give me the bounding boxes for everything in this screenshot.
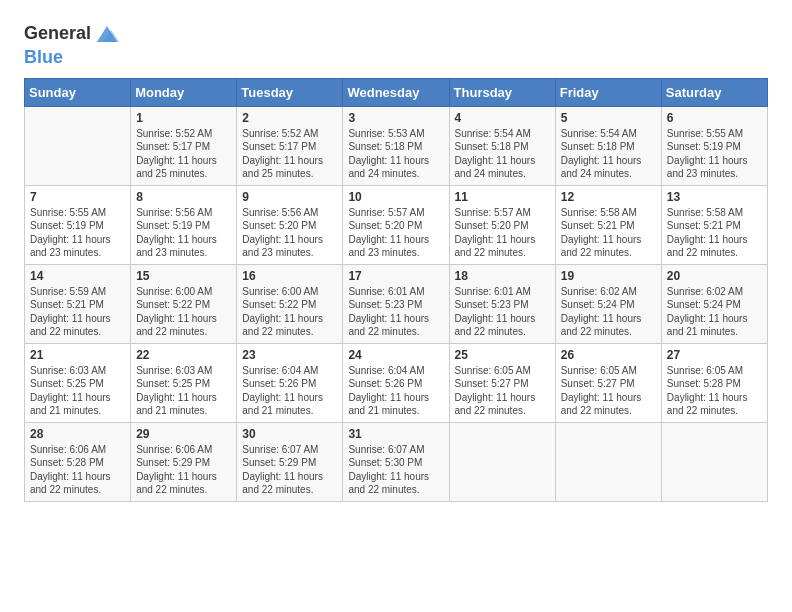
day-number: 20 [667,269,762,283]
cell-info: Sunrise: 5:55 AM Sunset: 5:19 PM Dayligh… [667,127,762,181]
calendar-cell: 28Sunrise: 6:06 AM Sunset: 5:28 PM Dayli… [25,422,131,501]
cell-info: Sunrise: 5:55 AM Sunset: 5:19 PM Dayligh… [30,206,125,260]
cell-info: Sunrise: 6:05 AM Sunset: 5:27 PM Dayligh… [561,364,656,418]
calendar-cell: 9Sunrise: 5:56 AM Sunset: 5:20 PM Daylig… [237,185,343,264]
day-number: 25 [455,348,550,362]
weekday-header: Monday [131,78,237,106]
day-number: 12 [561,190,656,204]
calendar-cell: 21Sunrise: 6:03 AM Sunset: 5:25 PM Dayli… [25,343,131,422]
calendar-cell: 31Sunrise: 6:07 AM Sunset: 5:30 PM Dayli… [343,422,449,501]
calendar-cell: 13Sunrise: 5:58 AM Sunset: 5:21 PM Dayli… [661,185,767,264]
calendar-week-row: 21Sunrise: 6:03 AM Sunset: 5:25 PM Dayli… [25,343,768,422]
calendar-week-row: 7Sunrise: 5:55 AM Sunset: 5:19 PM Daylig… [25,185,768,264]
day-number: 26 [561,348,656,362]
calendar-cell: 17Sunrise: 6:01 AM Sunset: 5:23 PM Dayli… [343,264,449,343]
logo: General Blue [24,20,121,68]
calendar-cell [661,422,767,501]
cell-info: Sunrise: 6:06 AM Sunset: 5:28 PM Dayligh… [30,443,125,497]
calendar-cell: 4Sunrise: 5:54 AM Sunset: 5:18 PM Daylig… [449,106,555,185]
day-number: 10 [348,190,443,204]
calendar-cell: 23Sunrise: 6:04 AM Sunset: 5:26 PM Dayli… [237,343,343,422]
calendar-cell: 29Sunrise: 6:06 AM Sunset: 5:29 PM Dayli… [131,422,237,501]
weekday-header: Thursday [449,78,555,106]
cell-info: Sunrise: 5:57 AM Sunset: 5:20 PM Dayligh… [455,206,550,260]
day-number: 5 [561,111,656,125]
cell-info: Sunrise: 6:06 AM Sunset: 5:29 PM Dayligh… [136,443,231,497]
logo-text: General [24,24,91,44]
calendar-cell: 27Sunrise: 6:05 AM Sunset: 5:28 PM Dayli… [661,343,767,422]
day-number: 22 [136,348,231,362]
cell-info: Sunrise: 5:58 AM Sunset: 5:21 PM Dayligh… [561,206,656,260]
calendar-cell: 12Sunrise: 5:58 AM Sunset: 5:21 PM Dayli… [555,185,661,264]
weekday-header: Saturday [661,78,767,106]
day-number: 2 [242,111,337,125]
calendar-cell: 14Sunrise: 5:59 AM Sunset: 5:21 PM Dayli… [25,264,131,343]
calendar-header: SundayMondayTuesdayWednesdayThursdayFrid… [25,78,768,106]
day-number: 29 [136,427,231,441]
calendar-cell: 1Sunrise: 5:52 AM Sunset: 5:17 PM Daylig… [131,106,237,185]
cell-info: Sunrise: 5:54 AM Sunset: 5:18 PM Dayligh… [561,127,656,181]
cell-info: Sunrise: 6:00 AM Sunset: 5:22 PM Dayligh… [242,285,337,339]
weekday-header: Sunday [25,78,131,106]
cell-info: Sunrise: 5:54 AM Sunset: 5:18 PM Dayligh… [455,127,550,181]
calendar-cell: 7Sunrise: 5:55 AM Sunset: 5:19 PM Daylig… [25,185,131,264]
cell-info: Sunrise: 5:59 AM Sunset: 5:21 PM Dayligh… [30,285,125,339]
cell-info: Sunrise: 6:02 AM Sunset: 5:24 PM Dayligh… [561,285,656,339]
cell-info: Sunrise: 6:05 AM Sunset: 5:27 PM Dayligh… [455,364,550,418]
calendar-body: 1Sunrise: 5:52 AM Sunset: 5:17 PM Daylig… [25,106,768,501]
day-number: 18 [455,269,550,283]
day-number: 28 [30,427,125,441]
calendar-cell: 2Sunrise: 5:52 AM Sunset: 5:17 PM Daylig… [237,106,343,185]
cell-info: Sunrise: 6:00 AM Sunset: 5:22 PM Dayligh… [136,285,231,339]
day-number: 19 [561,269,656,283]
cell-info: Sunrise: 5:57 AM Sunset: 5:20 PM Dayligh… [348,206,443,260]
day-number: 4 [455,111,550,125]
day-number: 9 [242,190,337,204]
day-number: 6 [667,111,762,125]
calendar-cell: 24Sunrise: 6:04 AM Sunset: 5:26 PM Dayli… [343,343,449,422]
calendar-cell: 5Sunrise: 5:54 AM Sunset: 5:18 PM Daylig… [555,106,661,185]
cell-info: Sunrise: 6:04 AM Sunset: 5:26 PM Dayligh… [242,364,337,418]
calendar-cell [25,106,131,185]
day-number: 14 [30,269,125,283]
cell-info: Sunrise: 6:01 AM Sunset: 5:23 PM Dayligh… [455,285,550,339]
weekday-header: Friday [555,78,661,106]
day-number: 13 [667,190,762,204]
cell-info: Sunrise: 6:03 AM Sunset: 5:25 PM Dayligh… [30,364,125,418]
calendar-cell [555,422,661,501]
cell-info: Sunrise: 6:07 AM Sunset: 5:29 PM Dayligh… [242,443,337,497]
day-number: 7 [30,190,125,204]
day-number: 15 [136,269,231,283]
cell-info: Sunrise: 6:07 AM Sunset: 5:30 PM Dayligh… [348,443,443,497]
calendar-cell: 11Sunrise: 5:57 AM Sunset: 5:20 PM Dayli… [449,185,555,264]
calendar-cell: 20Sunrise: 6:02 AM Sunset: 5:24 PM Dayli… [661,264,767,343]
calendar-table: SundayMondayTuesdayWednesdayThursdayFrid… [24,78,768,502]
weekday-header: Tuesday [237,78,343,106]
calendar-cell: 30Sunrise: 6:07 AM Sunset: 5:29 PM Dayli… [237,422,343,501]
weekday-header: Wednesday [343,78,449,106]
calendar-cell: 3Sunrise: 5:53 AM Sunset: 5:18 PM Daylig… [343,106,449,185]
day-number: 24 [348,348,443,362]
calendar-cell: 25Sunrise: 6:05 AM Sunset: 5:27 PM Dayli… [449,343,555,422]
calendar-cell: 26Sunrise: 6:05 AM Sunset: 5:27 PM Dayli… [555,343,661,422]
cell-info: Sunrise: 6:02 AM Sunset: 5:24 PM Dayligh… [667,285,762,339]
day-number: 31 [348,427,443,441]
day-number: 21 [30,348,125,362]
day-number: 1 [136,111,231,125]
header-row: SundayMondayTuesdayWednesdayThursdayFrid… [25,78,768,106]
cell-info: Sunrise: 5:58 AM Sunset: 5:21 PM Dayligh… [667,206,762,260]
day-number: 16 [242,269,337,283]
calendar-cell: 22Sunrise: 6:03 AM Sunset: 5:25 PM Dayli… [131,343,237,422]
day-number: 17 [348,269,443,283]
calendar-cell: 19Sunrise: 6:02 AM Sunset: 5:24 PM Dayli… [555,264,661,343]
cell-info: Sunrise: 5:56 AM Sunset: 5:19 PM Dayligh… [136,206,231,260]
calendar-cell [449,422,555,501]
day-number: 27 [667,348,762,362]
cell-info: Sunrise: 5:53 AM Sunset: 5:18 PM Dayligh… [348,127,443,181]
cell-info: Sunrise: 6:04 AM Sunset: 5:26 PM Dayligh… [348,364,443,418]
calendar-cell: 8Sunrise: 5:56 AM Sunset: 5:19 PM Daylig… [131,185,237,264]
calendar-cell: 15Sunrise: 6:00 AM Sunset: 5:22 PM Dayli… [131,264,237,343]
calendar-week-row: 28Sunrise: 6:06 AM Sunset: 5:28 PM Dayli… [25,422,768,501]
logo-icon [93,20,121,48]
calendar-cell: 10Sunrise: 5:57 AM Sunset: 5:20 PM Dayli… [343,185,449,264]
